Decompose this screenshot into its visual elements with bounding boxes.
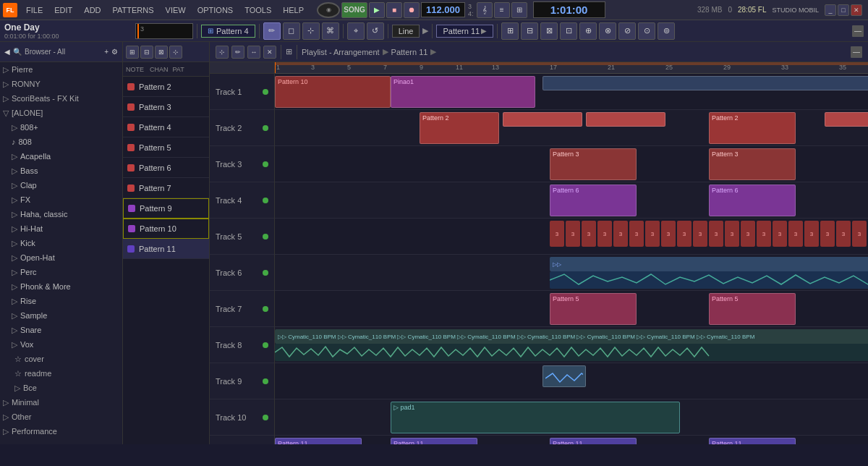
playlist-tool-1[interactable]: ⊹	[216, 46, 229, 59]
track-row-8[interactable]: ▷▷ Cymatic_110 BPM ▷▷ Cymatic_110 BPM ▷▷…	[275, 327, 868, 363]
pattern-item-2[interactable]: Pattern 2	[123, 77, 209, 97]
track-label-2[interactable]: Track 2	[210, 110, 274, 146]
small-block[interactable]: 3	[820, 221, 835, 247]
active-pattern-btn[interactable]: Pattern 11 ▶	[436, 25, 493, 38]
track-label-8[interactable]: Track 8	[210, 327, 274, 363]
track-block-p2-small-t2[interactable]	[503, 112, 582, 127]
small-block[interactable]: 3	[788, 221, 803, 247]
sidebar-item-sample[interactable]: ▷ Sample	[0, 308, 122, 323]
window-minimize-btn[interactable]: —	[852, 25, 864, 37]
track-label-4[interactable]: Track 4	[210, 182, 274, 219]
record-btn[interactable]: ⏺	[404, 2, 420, 18]
tool-r8[interactable]: ⊙	[638, 22, 655, 40]
small-block[interactable]: 3	[773, 221, 787, 247]
draw-tool-btn[interactable]: ✏	[263, 22, 281, 40]
select-tool-btn[interactable]: ⊹	[302, 22, 320, 40]
menu-tools[interactable]: TOOLS	[239, 0, 277, 20]
position-bar[interactable]: 3	[135, 23, 193, 39]
track-9-wave-block[interactable]	[542, 365, 586, 387]
pat-tool-4[interactable]: ⊹	[169, 46, 182, 59]
track-block-pattern10-t1[interactable]: Pattern 10	[275, 76, 391, 108]
sidebar-item-acapella[interactable]: ▷ Acapella	[0, 149, 122, 164]
browser-btn[interactable]: ⊞	[511, 2, 527, 18]
track-block-pattern6-t4-2[interactable]: Pattern 6	[709, 185, 796, 216]
label-selector[interactable]: Line ▶	[392, 25, 429, 38]
track-block-p2-small-t2-2[interactable]	[586, 112, 665, 127]
pat-tool-1[interactable]: ⊞	[126, 46, 139, 59]
tool-r5[interactable]: ⊕	[579, 22, 597, 40]
sidebar-item-alone[interactable]: ▽ [ALONE]	[0, 106, 122, 120]
small-block[interactable]: 3	[661, 221, 676, 247]
pat-tool-2[interactable]: ⊟	[140, 46, 153, 59]
track-row-4[interactable]: Pattern 6 Pattern 6 Pattern 6	[275, 182, 868, 219]
sidebar-item-vox[interactable]: ▷ Vox	[0, 337, 122, 352]
small-block[interactable]: 3	[757, 221, 771, 247]
small-block[interactable]: 3	[566, 221, 580, 247]
track-label-11[interactable]: Track 11	[210, 436, 274, 444]
track-row-9[interactable]	[275, 363, 868, 399]
sidebar-item-pierre[interactable]: ▷ Pierre	[0, 62, 122, 77]
menu-edit[interactable]: EDIT	[48, 0, 78, 20]
track-label-7[interactable]: Track 7	[210, 291, 274, 327]
small-block[interactable]: 3	[725, 221, 739, 247]
close-btn[interactable]: ✕	[851, 4, 862, 16]
small-block[interactable]: 3	[836, 221, 851, 247]
pattern-item-5[interactable]: Pattern 5	[123, 137, 209, 158]
tool-r7[interactable]: ⊘	[618, 22, 636, 40]
tool-r3[interactable]: ⊠	[540, 22, 558, 40]
tool-r6[interactable]: ⊗	[599, 22, 616, 40]
small-block[interactable]: 3	[550, 221, 564, 247]
track-row-5[interactable]: 3 3 3 3 3 3 3 3 3 3 3 3 3	[275, 219, 868, 255]
sidebar-item-hihat[interactable]: ▷ Hi-Hat	[0, 221, 122, 236]
sidebar-item-minimal[interactable]: ▷ Minimal	[0, 395, 122, 410]
track-label-10[interactable]: Track 10	[210, 399, 274, 436]
track-block-pattern11-t11-3[interactable]: Pattern 11	[550, 438, 637, 444]
track-row-3[interactable]: Pattern 3 Pattern 3 Pattern 3	[275, 146, 868, 182]
track-6-nav-block[interactable]: ▷▷	[550, 257, 868, 271]
sidebar-back-btn[interactable]: ◀	[4, 48, 10, 56]
sidebar-item-808plus[interactable]: ▷ 808+	[0, 120, 122, 135]
loop-btn[interactable]: ↺	[367, 22, 384, 40]
track-row-6-content[interactable]: ▷▷	[550, 257, 868, 289]
sidebar-item-haha[interactable]: ▷ Haha, classic	[0, 207, 122, 221]
track-block-wave-t1[interactable]	[542, 76, 868, 90]
track-block-piano1-t1[interactable]: Pinao1	[391, 76, 535, 108]
stop-btn[interactable]: ■	[386, 2, 402, 18]
track-block-pattern5-t7-2[interactable]: Pattern 5	[709, 293, 796, 325]
track-row-1[interactable]: Pattern 10 Pinao1	[275, 74, 868, 110]
small-block[interactable]: 3	[741, 221, 755, 247]
track-label-5[interactable]: Track 5	[210, 219, 274, 255]
sidebar-item-scoribeats[interactable]: ▷ ScoriBeats - FX Kit	[0, 91, 122, 106]
mixer-btn[interactable]: ≡	[494, 2, 510, 18]
sidebar-item-fx[interactable]: ▷ FX	[0, 192, 122, 207]
menu-add[interactable]: ADD	[78, 0, 106, 20]
small-block[interactable]: 3	[645, 221, 660, 247]
piano-btn[interactable]: 𝄞	[477, 2, 493, 18]
track-row-7[interactable]: Pattern 5 Pattern 5 Pattern 5	[275, 291, 868, 327]
sidebar-item-performance[interactable]: ▷ Performance	[0, 424, 122, 439]
erase-tool-btn[interactable]: ◻	[283, 22, 300, 40]
label-arrow[interactable]: ▶	[422, 26, 428, 35]
small-block[interactable]: 3	[613, 221, 628, 247]
sidebar-item-perc[interactable]: ▷ Perc	[0, 265, 122, 279]
small-block[interactable]: 3	[597, 221, 612, 247]
track-block-pattern3-t3-1[interactable]: Pattern 3	[550, 148, 637, 180]
sidebar-item-ronny[interactable]: ▷ RONNY	[0, 77, 122, 91]
sidebar-item-bass[interactable]: ▷ Bass	[0, 164, 122, 178]
track-block-pattern6-t4-1[interactable]: Pattern 6	[550, 185, 637, 216]
sidebar-item-phonk[interactable]: ▷ Phonk & More	[0, 279, 122, 294]
menu-help[interactable]: HELP	[277, 0, 310, 20]
track-row-6[interactable]: ▷▷	[275, 255, 868, 291]
sidebar-item-kick[interactable]: ▷ Kick	[0, 236, 122, 250]
tool-r4[interactable]: ⊡	[560, 22, 577, 40]
pat-tool-3[interactable]: ⊠	[155, 46, 168, 59]
pattern-item-10[interactable]: Pattern 10	[123, 219, 209, 239]
track-row-5-blocks[interactable]: 3 3 3 3 3 3 3 3 3 3 3 3 3	[550, 221, 868, 253]
tool-r9[interactable]: ⊚	[658, 22, 675, 40]
tool-r2[interactable]: ⊟	[521, 22, 538, 40]
track-block-pattern2-t2-1[interactable]: Pattern 2	[420, 112, 499, 144]
pattern-item-3[interactable]: Pattern 3	[123, 97, 209, 117]
track-row-2[interactable]: Pattern 2 Pattern 2 Pattern 2	[275, 110, 868, 146]
breadcrumb-playlist[interactable]: Playlist - Arrangement	[302, 48, 380, 56]
track-block-pattern11-t11-1[interactable]: Pattern 11	[275, 438, 362, 444]
